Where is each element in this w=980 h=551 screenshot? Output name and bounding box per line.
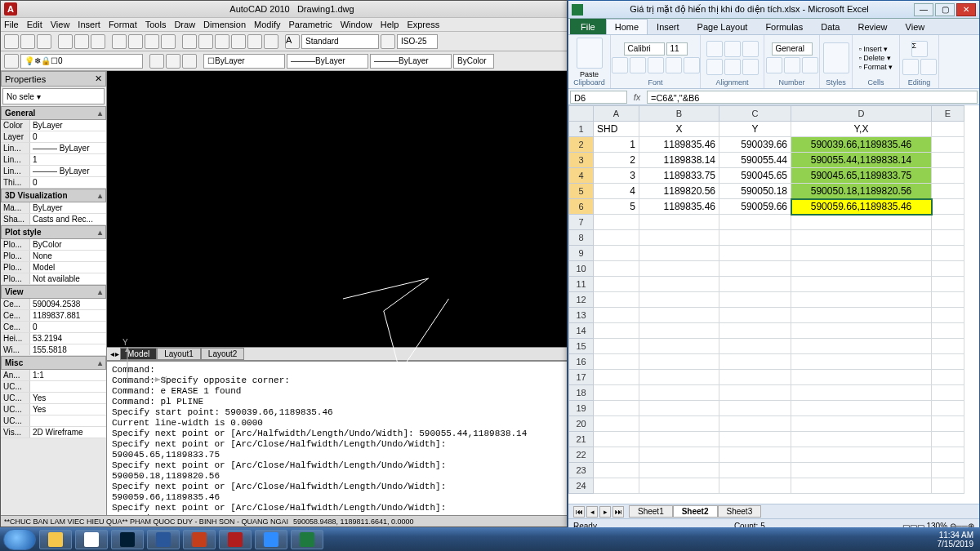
cell[interactable] [594,323,639,339]
italic-button[interactable] [630,57,646,73]
delete-cells-button[interactable]: ▫ Delete ▾ [859,54,891,62]
cell[interactable] [594,215,639,230]
system-tray[interactable]: 11:34 AM 7/15/2019 [938,531,978,549]
row-header[interactable]: 24 [569,478,594,494]
cell[interactable]: 590059.66 [719,199,791,215]
cell[interactable]: 590055.44 [719,153,791,168]
align-right-button[interactable] [742,59,759,75]
linetype-select[interactable]: ——— ByLayer [287,54,368,69]
props-row[interactable]: UC... [1,381,106,393]
cell[interactable] [719,401,791,416]
row-header[interactable]: 23 [569,463,594,478]
cell[interactable] [791,323,932,339]
col-header-C[interactable]: C [719,106,791,122]
taskbar-zalo-button[interactable] [255,530,287,549]
cell[interactable] [639,354,719,370]
cell[interactable] [639,385,719,401]
cell[interactable] [639,277,719,292]
cell[interactable] [791,215,932,230]
cell[interactable] [719,246,791,261]
menu-parametric[interactable]: Parametric [288,20,332,29]
cell[interactable] [932,416,964,432]
props-group-view[interactable]: View▴ [1,285,106,299]
print-icon[interactable] [58,34,73,49]
ribbon-tab-home[interactable]: Home [606,19,648,34]
cell[interactable] [719,230,791,246]
percent-button[interactable] [784,57,800,73]
ribbon-tab-insert[interactable]: Insert [648,19,688,34]
cell[interactable]: 1189820.56 [639,184,719,199]
tool-icon[interactable] [247,34,262,49]
cell[interactable] [932,432,964,447]
taskbar-chrome-button[interactable] [75,530,108,549]
cell[interactable] [639,463,719,478]
row-header[interactable]: 6 [569,199,594,215]
menu-edit[interactable]: Edit [27,20,42,29]
autocad-toolbar-2[interactable]: 💡❄🔒☐ 0 ☐ ByLayer ——— ByLayer ——— ByLayer… [1,51,567,71]
sort-button[interactable] [902,59,919,75]
props-row[interactable]: Plo...Not available [1,273,106,285]
taskbar-photoshop-button[interactable] [111,530,144,549]
cell[interactable] [594,416,639,432]
cell[interactable] [719,354,791,370]
font-name-select[interactable]: Calibri [624,42,665,56]
row-header[interactable]: 4 [569,168,594,184]
ribbon[interactable]: Paste Clipboard Calibri11 Font Alignment… [568,35,979,89]
row-header[interactable]: 16 [569,354,594,370]
cell[interactable] [719,308,791,323]
props-row[interactable]: Ce...0 [1,322,106,333]
cell[interactable]: 590039.66 [719,137,791,153]
cell[interactable] [594,339,639,354]
cell[interactable]: Y,X [791,122,932,137]
cell[interactable] [932,153,964,168]
cell[interactable]: 1189835.46 [639,137,719,153]
cell[interactable]: X [639,122,719,137]
ribbon-tab-review[interactable]: Review [849,19,896,34]
cell[interactable] [594,463,639,478]
cell[interactable]: 590039.66,1189835.46 [791,137,932,153]
underline-button[interactable] [648,57,664,73]
props-row[interactable]: Hei...53.2194 [1,333,106,344]
tool-icon[interactable] [264,34,278,49]
cell[interactable] [932,215,964,230]
menu-view[interactable]: View [51,20,70,29]
row-header[interactable]: 7 [569,215,594,230]
plot-color-select[interactable]: ByColor [453,54,494,69]
row-header[interactable]: 2 [569,137,594,153]
cell[interactable] [932,137,964,153]
row-header[interactable]: 19 [569,401,594,416]
sheet-nav-first-icon[interactable]: ⏮ [573,506,585,518]
sheet-tab-sheet2[interactable]: Sheet2 [673,505,718,518]
menu-insert[interactable]: Insert [78,20,100,29]
cell[interactable] [932,292,964,308]
row-header[interactable]: 13 [569,308,594,323]
cell[interactable] [594,354,639,370]
cell[interactable] [932,246,964,261]
cell[interactable] [932,168,964,184]
name-box[interactable]: D6 [570,91,627,104]
cell[interactable] [719,215,791,230]
cell[interactable] [932,401,964,416]
row-header[interactable]: 11 [569,277,594,292]
cell[interactable] [932,447,964,463]
zoom-extents-icon[interactable] [161,34,176,49]
align-top-button[interactable] [706,41,723,57]
ribbon-tab-view[interactable]: View [897,19,934,34]
pan-icon[interactable] [112,34,127,49]
align-bot-button[interactable] [742,41,759,57]
cell[interactable] [932,308,964,323]
row-header[interactable]: 15 [569,339,594,354]
properties-header[interactable]: Properties✕ [1,71,106,87]
cell[interactable]: 2 [594,153,639,168]
menu-help[interactable]: Help [381,20,399,29]
paste-button[interactable] [577,38,603,69]
cell[interactable] [639,292,719,308]
props-row[interactable]: Lin...——— ByLayer [1,166,106,177]
tool-icon[interactable] [198,34,213,49]
cell[interactable] [719,323,791,339]
props-row[interactable]: Ce...590094.2538 [1,299,106,310]
props-row[interactable]: Plo...ByColor [1,239,106,251]
props-row[interactable]: Thi...0 [1,177,106,189]
close-button[interactable]: ✕ [956,3,976,16]
props-row[interactable]: ColorByLayer [1,120,106,131]
